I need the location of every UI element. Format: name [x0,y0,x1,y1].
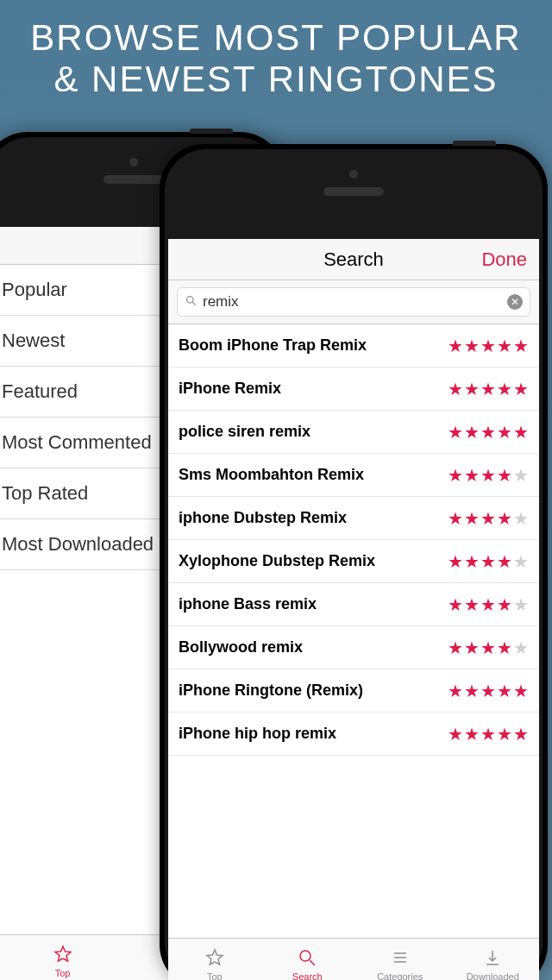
rating-stars: ★★★★★ [448,639,529,656]
front-tabbar: TopSearchCategoriesDownloaded [168,938,539,980]
result-title: iphone Bass remix [179,595,317,613]
rating-stars: ★★★★★ [448,726,529,743]
tab-label: Top [55,968,71,978]
result-title: Boom iPhone Trap Remix [179,336,367,355]
rating-stars: ★★★★★ [448,337,529,355]
rating-stars: ★★★★★ [448,553,529,570]
star-icon: ★ [480,639,496,656]
star-icon [53,944,73,966]
star-icon: ★ [497,726,512,743]
search-input[interactable] [203,293,502,311]
rating-stars: ★★★★★ [448,424,529,441]
star-icon: ★ [480,510,496,527]
list-icon [390,947,411,970]
star-icon: ★ [464,467,480,484]
banner-line-2: & NEWEST RINGTONES [9,59,543,100]
star-icon: ★ [513,380,529,398]
star-icon: ★ [480,726,496,743]
svg-point-4 [300,951,310,961]
result-row[interactable]: iphone Bass remix★★★★★ [168,583,539,626]
star-icon: ★ [497,510,512,527]
star-icon: ★ [448,726,463,743]
svg-line-3 [192,302,195,305]
star-icon: ★ [448,510,463,527]
rating-stars: ★★★★★ [448,380,529,398]
star-icon [204,947,225,970]
rating-stars: ★★★★★ [448,682,529,700]
banner-line-1: BROWSE MOST POPULAR [9,17,543,59]
star-icon: ★ [448,424,463,441]
search-bar: ✕ [168,280,539,324]
result-row[interactable]: iPhone hip hop remix★★★★★ [168,713,539,756]
search-icon [297,947,317,970]
star-icon: ★ [480,380,496,398]
download-icon [482,947,503,970]
search-icon [185,294,198,311]
star-icon: ★ [480,467,496,484]
star-icon: ★ [513,726,529,743]
star-icon: ★ [480,596,496,613]
star-icon: ★ [513,639,529,656]
star-icon: ★ [497,467,512,484]
star-icon: ★ [464,639,480,656]
result-row[interactable]: Sms Moombahton Remix★★★★★ [168,454,539,497]
star-icon: ★ [464,380,480,398]
svg-point-2 [187,296,194,303]
result-title: police siren remix [179,423,310,441]
result-title: Bollywood remix [179,638,303,656]
promo-banner: BROWSE MOST POPULAR & NEWEST RINGTONES [0,0,552,110]
star-icon: ★ [497,682,512,700]
star-icon: ★ [513,553,529,570]
star-icon: ★ [513,424,529,441]
star-icon: ★ [513,337,529,355]
svg-line-5 [310,960,315,965]
done-button[interactable]: Done [481,248,527,271]
result-row[interactable]: iphone Dubstep Remix★★★★★ [168,497,539,540]
star-icon: ★ [480,553,496,570]
result-title: Xylophone Dubstep Remix [179,552,375,570]
star-icon: ★ [497,639,512,656]
star-icon: ★ [464,424,480,441]
result-title: Sms Moombahton Remix [179,466,364,484]
nav-title: Search [323,248,384,271]
tab-label: Downloaded [467,971,519,981]
rating-stars: ★★★★★ [448,467,529,484]
rating-stars: ★★★★★ [448,596,529,613]
star-icon: ★ [480,337,496,355]
search-navbar: Search Done [168,239,539,280]
result-title: iphone Dubstep Remix [179,509,347,527]
star-icon: ★ [513,510,529,527]
star-icon: ★ [464,596,480,613]
tab-categories[interactable]: Categories [354,939,447,980]
tab-search[interactable]: Search [261,939,354,980]
search-field[interactable]: ✕ [177,287,530,317]
star-icon: ★ [464,510,480,527]
clear-search-icon[interactable]: ✕ [507,294,523,310]
star-icon: ★ [448,682,463,700]
star-icon: ★ [448,553,463,570]
result-row[interactable]: iPhone Remix★★★★★ [168,368,539,411]
star-icon: ★ [448,337,463,355]
tab-label: Categories [377,971,423,981]
star-icon: ★ [480,682,496,700]
tab-top[interactable]: Top [0,935,134,980]
star-icon: ★ [464,337,480,355]
star-icon: ★ [448,596,463,613]
tab-label: Search [292,971,323,981]
star-icon: ★ [513,682,529,700]
result-row[interactable]: Bollywood remix★★★★★ [168,626,539,669]
tab-label: Top [207,971,223,981]
result-row[interactable]: police siren remix★★★★★ [168,411,539,454]
tab-downloaded[interactable]: Downloaded [447,939,540,980]
star-icon: ★ [480,424,496,441]
star-icon: ★ [464,726,480,743]
star-icon: ★ [448,639,463,656]
result-row[interactable]: Boom iPhone Trap Remix★★★★★ [168,324,539,368]
result-row[interactable]: iPhone Ringtone (Remix)★★★★★ [168,669,539,713]
search-results: Boom iPhone Trap Remix★★★★★iPhone Remix★… [168,324,539,938]
result-row[interactable]: Xylophone Dubstep Remix★★★★★ [168,540,539,583]
star-icon: ★ [497,337,512,355]
star-icon: ★ [497,553,512,570]
tab-top[interactable]: Top [168,939,261,980]
result-title: iPhone Ringtone (Remix) [179,682,363,700]
